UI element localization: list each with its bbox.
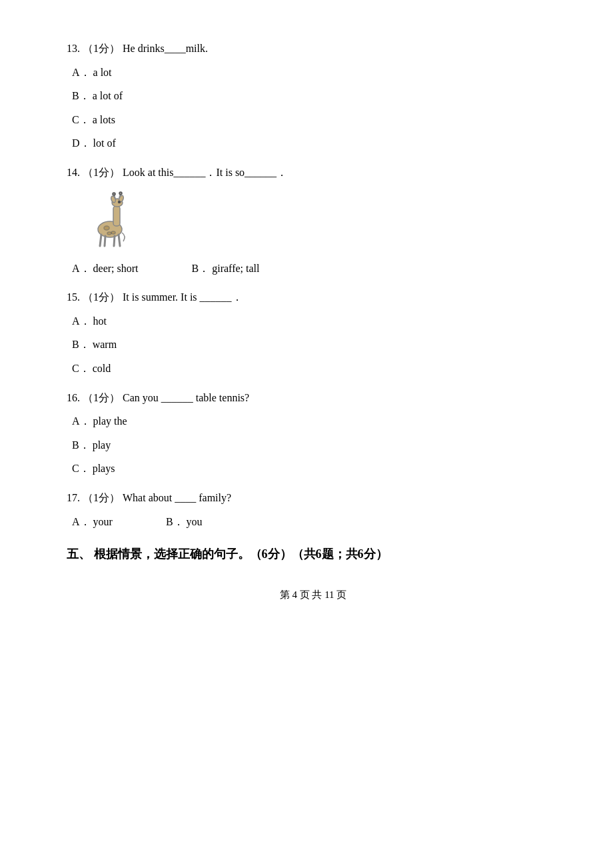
q13-option-c-label: C． <box>72 114 90 125</box>
q15-option-b-text: warm <box>93 339 117 350</box>
q17-option-a-text: your <box>93 516 113 527</box>
svg-point-13 <box>104 226 109 230</box>
q15-option-a: A． hot <box>67 313 560 330</box>
q13-option-a-text: a lot <box>93 67 112 78</box>
q15-option-c: C． cold <box>67 360 560 377</box>
q16-score: （1分） <box>83 392 120 403</box>
q13-number: 13. <box>67 43 80 54</box>
question-17: 17. （1分） What about ____ family? A． your… <box>67 489 560 530</box>
q17-option-b-text: you <box>187 516 203 527</box>
question-15: 15. （1分） It is summer. It is ______． A． … <box>67 289 560 377</box>
q15-option-c-text: cold <box>93 363 111 374</box>
svg-point-16 <box>119 201 121 203</box>
svg-line-11 <box>114 236 115 246</box>
q16-option-a-text: play the <box>93 415 127 427</box>
q14-option-a-label: A． <box>72 263 91 274</box>
q15-option-b: B． warm <box>67 336 560 353</box>
q14-option-b: B． giraffe; tall <box>192 260 260 277</box>
q14-number: 14. <box>67 167 80 178</box>
q17-options-row: A． your B． you <box>67 513 560 531</box>
giraffe-image <box>80 189 140 249</box>
q17-text: What about ____ family? <box>123 492 231 503</box>
q17-option-b-label: B． <box>166 516 184 527</box>
q13-option-d-text: lot of <box>93 137 116 149</box>
q16-number: 16. <box>67 392 80 403</box>
footer-text: 第 4 页 共 11 页 <box>280 589 347 600</box>
page-footer: 第 4 页 共 11 页 <box>67 589 560 601</box>
q15-number: 15. <box>67 291 80 303</box>
q14-score: （1分） <box>83 167 120 178</box>
q14-image-container <box>80 189 560 252</box>
q16-option-b-text: play <box>93 439 111 451</box>
q13-option-b-label: B． <box>72 90 90 101</box>
question-14-title: 14. （1分） Look at this______．It is so____… <box>67 164 560 181</box>
q15-text: It is summer. It is ______． <box>123 291 243 303</box>
question-15-title: 15. （1分） It is summer. It is ______． <box>67 289 560 306</box>
question-14: 14. （1分） Look at this______．It is so____… <box>67 164 560 277</box>
q15-score: （1分） <box>83 291 120 303</box>
svg-line-12 <box>119 235 120 246</box>
q16-option-c-label: C． <box>72 463 90 474</box>
q14-options-row: A． deer; short B． giraffe; tall <box>67 260 560 277</box>
q13-text: He drinks____milk. <box>123 43 208 54</box>
q17-score: （1分） <box>83 492 120 503</box>
question-17-title: 17. （1分） What about ____ family? <box>67 489 560 507</box>
q13-option-a-label: A． <box>72 67 91 78</box>
q16-option-a-label: A． <box>72 415 91 427</box>
q14-option-a-text: deer; short <box>93 263 139 274</box>
section-number: 五、 <box>67 547 91 561</box>
svg-point-7 <box>113 193 115 195</box>
q16-option-c-text: plays <box>93 463 115 474</box>
svg-point-15 <box>107 232 111 235</box>
q13-option-d: D． lot of <box>67 135 560 152</box>
q17-option-a-label: A． <box>72 516 91 527</box>
question-16-title: 16. （1分） Can you ______ table tennis? <box>67 389 560 407</box>
svg-point-3 <box>110 195 116 203</box>
q13-score: （1分） <box>83 43 120 54</box>
q17-option-b: B． you <box>166 513 203 531</box>
q16-option-b: B． play <box>67 437 560 454</box>
q13-option-b: B． a lot of <box>67 87 560 105</box>
q15-option-a-label: A． <box>72 315 91 327</box>
q14-option-b-label: B． <box>192 263 210 274</box>
q14-text: Look at this______．It is so______． <box>123 167 287 178</box>
q17-number: 17. <box>67 492 80 503</box>
q16-text: Can you ______ table tennis? <box>123 392 249 403</box>
q14-option-b-text: giraffe; tall <box>212 263 259 274</box>
svg-line-9 <box>100 235 101 246</box>
q15-option-c-label: C． <box>72 363 90 374</box>
q13-option-b-text: a lot of <box>93 90 123 101</box>
q13-option-c: C． a lots <box>67 111 560 129</box>
svg-line-10 <box>105 236 105 246</box>
section-five-title: 五、 根据情景，选择正确的句子。（6分）（共6题；共6分） <box>67 546 560 562</box>
section-text: 根据情景，选择正确的句子。（6分）（共6题；共6分） <box>94 547 388 561</box>
q16-option-c: C． plays <box>67 460 560 477</box>
question-16: 16. （1分） Can you ______ table tennis? A．… <box>67 389 560 477</box>
q14-option-a: A． deer; short <box>72 260 139 277</box>
q16-option-b-label: B． <box>72 439 90 451</box>
svg-point-8 <box>119 192 122 195</box>
q13-option-a: A． a lot <box>67 64 560 81</box>
question-13: 13. （1分） He drinks____milk. A． a lot B． … <box>67 40 560 152</box>
q15-option-b-label: B． <box>72 339 90 350</box>
svg-point-14 <box>111 231 115 234</box>
q17-option-a: A． your <box>72 513 113 531</box>
q13-option-c-text: a lots <box>93 114 115 125</box>
q15-option-a-text: hot <box>93 315 107 327</box>
q16-option-a: A． play the <box>67 413 560 430</box>
q13-option-d-label: D． <box>72 137 91 149</box>
svg-rect-1 <box>113 206 120 226</box>
question-13-title: 13. （1分） He drinks____milk. <box>67 40 560 57</box>
